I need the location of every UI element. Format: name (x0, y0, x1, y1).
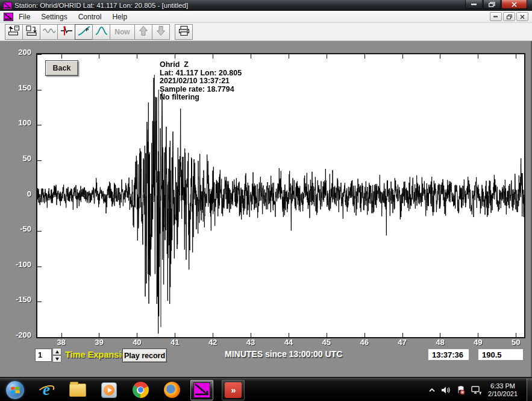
mdi-minimize-button[interactable] (490, 12, 502, 21)
minimize-button[interactable] (465, 0, 483, 9)
print-button[interactable] (175, 24, 193, 40)
windows-start-icon (6, 381, 24, 399)
back-button[interactable]: Back (45, 60, 78, 76)
hidden-icons-button[interactable] (428, 388, 436, 393)
spinner-up-button[interactable] (52, 348, 61, 355)
time-expansion-input[interactable] (35, 349, 52, 362)
volume-icon[interactable] (441, 386, 451, 394)
filter-bell-icon (95, 25, 108, 39)
folder-icon (69, 384, 86, 397)
scroll-up-button[interactable] (134, 24, 152, 40)
now-button-label: Now (114, 28, 130, 36)
x-axis-labels: 38394041424344454647484950 (0, 338, 532, 348)
seismogram-canvas[interactable] (36, 53, 525, 338)
y-tick-label: -50 (0, 224, 31, 233)
internet-explorer-icon: e (37, 381, 55, 399)
screen: Station: Ohrid/OHRID Lat: 41.117 Lon: 20… (0, 0, 532, 401)
x-tick-label: 47 (398, 338, 406, 347)
y-tick-label: -100 (0, 260, 31, 269)
travel-time-curve-icon: P (78, 25, 90, 39)
system-tray: 6:33 PM 2/10/2021 (423, 379, 526, 401)
y-tick-label: 200 (0, 48, 31, 57)
taskbar-media-player[interactable] (99, 380, 119, 400)
chart-annotation-line: Lat: 41.117 Lon: 20.805 (160, 69, 242, 78)
cursor-value-field[interactable]: 190.5 (478, 349, 524, 361)
helicorder-view-button[interactable] (40, 24, 58, 40)
x-tick-label: 43 (246, 338, 255, 347)
start-button[interactable] (5, 380, 25, 400)
pick-arrival-button[interactable] (57, 24, 75, 40)
firefox-icon (164, 382, 180, 398)
save-record-icon (25, 25, 37, 39)
play-record-button[interactable]: Play record (122, 349, 167, 362)
chart-annotation-line: Ohrid Z (160, 61, 242, 69)
time-expansion-spinner (52, 348, 61, 362)
x-tick-label: 44 (284, 338, 293, 347)
cursor-time-field[interactable]: 13:37:36 (428, 349, 469, 361)
spinner-up-icon (55, 350, 59, 353)
open-record-button[interactable] (5, 24, 23, 40)
travel-time-button[interactable]: P (75, 24, 93, 40)
menu-settings[interactable]: Settings (36, 11, 72, 22)
mdi-window-buttons (489, 12, 528, 21)
save-record-button[interactable] (22, 24, 40, 40)
x-tick-label: 38 (57, 338, 65, 347)
x-tick-label: 42 (208, 338, 217, 347)
printer-icon (178, 25, 190, 39)
clock-time: 6:33 PM (488, 382, 518, 390)
window-caption-buttons (465, 0, 527, 9)
taskbar: e » (0, 378, 532, 401)
network-icon[interactable] (471, 386, 482, 395)
window-titlebar: Station: Ohrid/OHRID Lat: 41.117 Lon: 20… (0, 0, 532, 11)
helicorder-wave-icon (43, 25, 55, 39)
chart-annotation: Ohrid ZLat: 41.117 Lon: 20.8052021/02/10… (160, 61, 242, 102)
media-player-icon (101, 382, 117, 398)
down-arrow-icon (155, 25, 167, 39)
document-icon[interactable] (4, 13, 13, 21)
taskbar-firefox[interactable] (161, 380, 182, 400)
menu-file[interactable]: File (13, 11, 36, 22)
x-tick-label: 48 (436, 338, 444, 347)
close-button[interactable] (501, 0, 527, 9)
x-tick-label: 41 (171, 338, 179, 347)
y-tick-label: 100 (0, 118, 31, 127)
spinner-down-button[interactable] (52, 355, 61, 362)
seismograph-app-icon (193, 382, 210, 398)
x-tick-label: 39 (95, 338, 103, 347)
y-tick-label: 50 (0, 154, 31, 163)
remote-app-icon: » (225, 382, 242, 398)
action-center-flag-icon[interactable] (456, 386, 466, 395)
scroll-down-button[interactable] (152, 24, 170, 40)
open-record-icon (8, 25, 20, 39)
taskbar-internet-explorer[interactable]: e (36, 380, 57, 400)
menu-help[interactable]: Help (107, 11, 133, 22)
menu-bar: File Settings Control Help (0, 11, 532, 23)
window-title: Station: Ohrid/OHRID Lat: 41.117 Lon: 20… (14, 2, 188, 9)
mdi-restore-button[interactable] (503, 12, 515, 21)
bottom-control-row: Time Expansion Play record MINUTES since… (0, 347, 532, 365)
taskbar-clock[interactable]: 6:33 PM 2/10/2021 (488, 382, 518, 398)
taskbar-file-explorer[interactable] (67, 380, 88, 400)
clock-date: 2/10/2021 (488, 390, 518, 398)
show-desktop-button[interactable] (527, 379, 532, 401)
y-tick-label: 150 (0, 83, 31, 92)
taskbar-remote-app[interactable]: » (222, 380, 245, 400)
menu-control[interactable]: Control (73, 11, 107, 22)
x-tick-label: 40 (133, 338, 141, 347)
spinner-down-icon (55, 358, 59, 361)
client-area: 200150100500-50-100-150-200 383940414243… (0, 41, 532, 377)
mdi-close-button[interactable] (516, 12, 528, 21)
x-tick-label: 50 (512, 338, 520, 347)
x-tick-label: 49 (474, 338, 482, 347)
taskbar-chrome[interactable] (130, 380, 151, 400)
app-icon (3, 2, 12, 10)
restore-button[interactable] (483, 0, 501, 9)
y-tick-label: -150 (0, 295, 31, 304)
chart-annotation-line: 2021/02/10 13:37:21 (160, 77, 242, 86)
chart-annotation-line: No filtering (160, 93, 242, 102)
filter-button[interactable] (92, 24, 110, 40)
toolbar: P Now (0, 23, 532, 41)
now-button[interactable]: Now (110, 24, 135, 40)
x-axis-caption: MINUTES since 13:00:00 UTC (225, 349, 342, 359)
taskbar-seismograph-app-active[interactable] (190, 380, 213, 400)
